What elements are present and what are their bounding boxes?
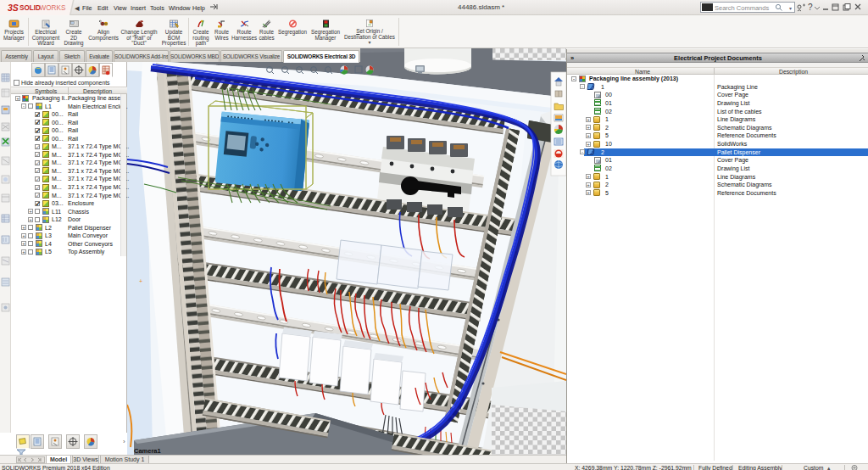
svg-text:SOLID: SOLID bbox=[19, 4, 41, 12]
svg-text:?: ? bbox=[808, 3, 813, 12]
svg-text:WORKS: WORKS bbox=[40, 4, 66, 12]
svg-text:3S: 3S bbox=[8, 3, 19, 13]
svg-text:+: + bbox=[139, 278, 142, 284]
svg-text:Camera1: Camera1 bbox=[134, 447, 161, 455]
